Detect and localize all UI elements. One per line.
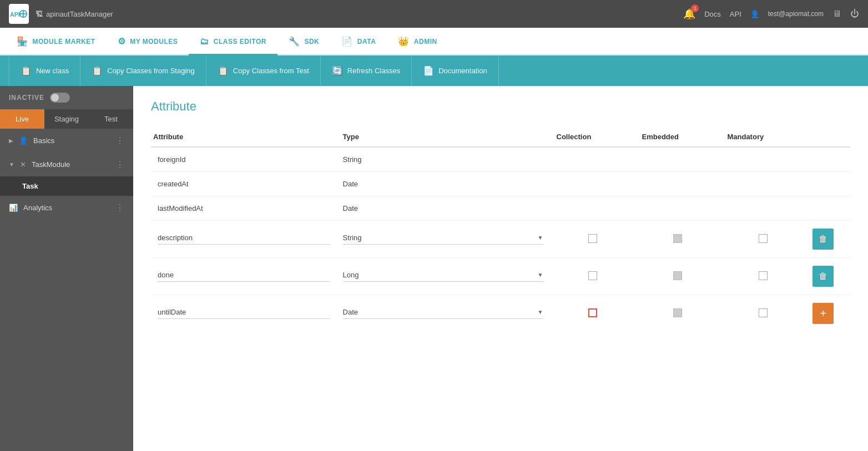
env-live-label: Live xyxy=(16,115,29,123)
untildate-add-button[interactable]: + xyxy=(813,303,834,324)
table-row: ▼ 🗑 xyxy=(151,258,850,295)
copy-test-icon: 📋 xyxy=(218,65,229,76)
top-bar-right: 🔔 1 Docs API 👤 test@apiomat.com 🖥 ⏻ xyxy=(683,8,859,20)
nav-data[interactable]: 📄 DATA xyxy=(330,29,387,55)
env-tabs: Live Staging Test xyxy=(0,109,133,129)
attr-type-foreignId: String xyxy=(336,147,550,172)
copy-test-label: Copy Classes from Test xyxy=(233,67,309,75)
documentation-label: Documentation xyxy=(438,67,487,75)
task-label: Task xyxy=(22,182,38,190)
nav-admin-label: ADMIN xyxy=(414,38,437,45)
sidebar-item-task[interactable]: Task xyxy=(0,176,133,196)
nav-admin[interactable]: 👑 ADMIN xyxy=(387,29,448,55)
done-embedded-checkbox[interactable] xyxy=(673,271,682,280)
copy-staging-button[interactable]: 📋 Copy Classes from Staging xyxy=(80,55,206,86)
untildate-mandatory-checkbox[interactable] xyxy=(759,308,768,317)
description-name-input[interactable] xyxy=(158,234,330,242)
api-link[interactable]: API xyxy=(730,10,741,18)
nav-sdk-label: SDK xyxy=(304,38,319,45)
attr-name-text: createdAt xyxy=(158,180,189,188)
description-collection-checkbox[interactable] xyxy=(588,234,597,243)
taskmodule-label: TaskModule xyxy=(32,160,70,169)
untildate-name-wrapper xyxy=(158,308,330,319)
done-collection-checkbox[interactable] xyxy=(588,271,597,280)
top-bar: API 🏗 apinautTaskManager 🔔 1 Docs API 👤 … xyxy=(0,0,868,28)
env-tab-test[interactable]: Test xyxy=(89,109,133,129)
col-header-collection: Collection xyxy=(550,127,635,147)
nav-sdk[interactable]: 🔧 SDK xyxy=(277,29,330,55)
app-name-text: apinautTaskManager xyxy=(46,10,113,18)
description-type-input[interactable] xyxy=(343,234,536,242)
type-dropdown-arrow[interactable]: ▼ xyxy=(538,235,543,241)
basics-label: Basics xyxy=(33,136,54,145)
app-name-icon: 🏗 xyxy=(36,10,43,18)
nav-my-modules[interactable]: ⚙ MY MODULES xyxy=(107,29,189,55)
attribute-table: Attribute Type Collection Embedded Manda… xyxy=(151,127,850,332)
env-tab-live[interactable]: Live xyxy=(0,109,44,129)
sidebar-status: INACTIVE xyxy=(0,86,133,109)
type-dropdown-arrow[interactable]: ▼ xyxy=(538,272,543,278)
new-class-icon: 📋 xyxy=(21,65,32,76)
sidebar-item-analytics[interactable]: 📊 Analytics ⋮ xyxy=(0,196,133,220)
done-delete-button[interactable]: 🗑 xyxy=(813,266,834,287)
nav-my-modules-label: MY MODULES xyxy=(130,38,178,45)
done-type-input[interactable] xyxy=(343,271,536,279)
new-class-button[interactable]: 📋 New class xyxy=(9,55,80,86)
documentation-button[interactable]: 📄 Documentation xyxy=(412,55,498,86)
attr-type-text: String xyxy=(343,155,362,164)
col-header-attribute: Attribute xyxy=(151,127,336,147)
type-dropdown-arrow[interactable]: ▼ xyxy=(538,309,543,315)
attr-type-text: Date xyxy=(343,180,358,188)
data-icon: 📄 xyxy=(341,36,353,47)
description-delete-button[interactable]: 🗑 xyxy=(813,229,834,250)
env-test-label: Test xyxy=(104,115,118,123)
module-market-icon: 🏪 xyxy=(17,36,28,47)
sidebar-item-taskmodule[interactable]: ▼ ✕ TaskModule ⋮ xyxy=(0,153,133,176)
analytics-icon: 📊 xyxy=(9,204,18,212)
env-tab-staging[interactable]: Staging xyxy=(44,109,89,129)
sidebar-item-basics[interactable]: ▶ 👤 Basics ⋮ xyxy=(0,129,133,153)
power-icon[interactable]: ⏻ xyxy=(850,9,859,19)
taskmodule-menu-icon[interactable]: ⋮ xyxy=(115,159,124,170)
col-header-type: Type xyxy=(336,127,550,147)
docs-link[interactable]: Docs xyxy=(704,10,721,18)
svg-text:API: API xyxy=(10,11,20,18)
logo[interactable]: API xyxy=(9,4,29,24)
attr-name-text: lastModifiedAt xyxy=(158,204,203,212)
notification-bell[interactable]: 🔔 1 xyxy=(683,8,695,20)
description-mandatory-checkbox[interactable] xyxy=(759,234,768,243)
chevron-right-icon: ▶ xyxy=(9,138,13,144)
untildate-collection-checkbox[interactable] xyxy=(588,308,597,317)
main-layout: INACTIVE Live Staging Test ▶ 👤 Basics ⋮ xyxy=(0,86,868,451)
refresh-classes-button[interactable]: 🔄 Refresh Classes xyxy=(321,55,412,86)
chevron-down-icon: ▼ xyxy=(9,161,14,168)
window-icon[interactable]: 🖥 xyxy=(832,9,841,19)
nav-module-market[interactable]: 🏪 MODULE MARKET xyxy=(6,29,107,55)
analytics-menu-icon[interactable]: ⋮ xyxy=(115,202,124,213)
untildate-name-input[interactable] xyxy=(158,308,330,316)
nav-module-market-label: MODULE MARKET xyxy=(33,38,95,45)
table-row: ▼ 🗑 xyxy=(151,221,850,258)
nav-class-editor[interactable]: 🗂 CLASS EDITOR xyxy=(189,29,277,55)
done-mandatory-checkbox[interactable] xyxy=(759,271,768,280)
description-embedded-checkbox[interactable] xyxy=(673,234,682,243)
copy-staging-label: Copy Classes from Staging xyxy=(107,67,195,75)
description-type-wrapper: ▼ xyxy=(343,234,543,245)
col-header-mandatory: Mandatory xyxy=(720,127,806,147)
content-area: Attribute Attribute Type Collection Embe… xyxy=(133,86,868,451)
untildate-embedded-checkbox[interactable] xyxy=(673,308,682,317)
inactive-toggle[interactable] xyxy=(50,93,70,103)
env-staging-label: Staging xyxy=(54,115,79,123)
basics-menu-icon[interactable]: ⋮ xyxy=(115,135,124,146)
refresh-label: Refresh Classes xyxy=(347,67,400,75)
done-name-input[interactable] xyxy=(158,271,330,279)
attr-name-foreignId: foreignId xyxy=(151,147,336,172)
my-modules-icon: ⚙ xyxy=(118,36,126,47)
basics-person-icon: 👤 xyxy=(19,136,28,145)
new-class-label: New class xyxy=(36,67,69,75)
nav-data-label: DATA xyxy=(357,38,376,45)
copy-test-button[interactable]: 📋 Copy Classes from Test xyxy=(206,55,321,86)
analytics-label: Analytics xyxy=(23,204,52,212)
untildate-type-input[interactable] xyxy=(343,308,536,316)
top-bar-left: API 🏗 apinautTaskManager xyxy=(9,4,113,24)
